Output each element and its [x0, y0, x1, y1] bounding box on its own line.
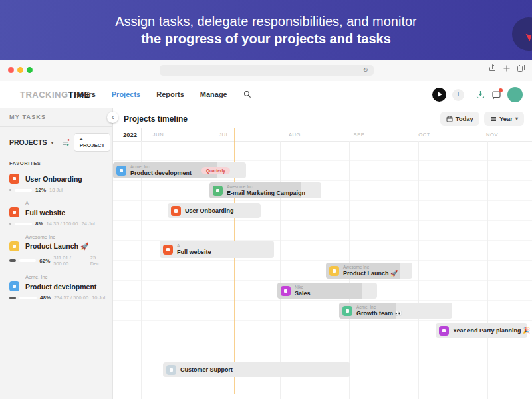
- project-list-item[interactable]: Awesome IncProduct Launch 🚀62%311:01 / 5…: [0, 229, 112, 269]
- today-button[interactable]: Today: [440, 112, 479, 126]
- calendar-icon: [446, 116, 453, 122]
- add-project-button[interactable]: + PROJECT: [74, 133, 111, 152]
- nav-item-reports[interactable]: Reports: [156, 90, 184, 98]
- address-bar[interactable]: ↻: [160, 65, 374, 76]
- project-color-icon: [116, 166, 126, 176]
- project-color-icon: [439, 326, 449, 336]
- search-icon[interactable]: [243, 90, 251, 98]
- tabs-icon[interactable]: [517, 64, 525, 72]
- collapse-sidebar-button[interactable]: ‹: [107, 112, 118, 123]
- projects-dropdown[interactable]: PROJECTS: [9, 138, 47, 146]
- gantt-bar[interactable]: Awesome IncE-mail Marketing Campaign: [209, 182, 321, 198]
- new-tab-icon[interactable]: [503, 65, 511, 72]
- month-label-jul: JUL: [219, 132, 229, 138]
- add-entry-button[interactable]: +: [452, 89, 464, 101]
- project-name: User Onboarding: [25, 175, 82, 183]
- tracked-time: 14:35 / 100:00: [47, 221, 78, 227]
- traffic-light-minimize[interactable]: [17, 67, 23, 73]
- project-name: Full website: [25, 209, 65, 217]
- icon-glyph: [174, 209, 178, 213]
- start-timer-button[interactable]: [432, 88, 446, 102]
- month-gridline: [141, 141, 142, 399]
- gantt-bar[interactable]: Year end Party planning 🎉: [436, 323, 527, 338]
- bar-title: Year end Party planning 🎉: [453, 327, 530, 334]
- user-avatar[interactable]: [507, 87, 523, 102]
- project-list-item[interactable]: Acme, IncProduct development48%234:57 / …: [0, 269, 112, 303]
- gantt-bar[interactable]: Customer Support: [163, 362, 350, 377]
- notifications-chat-icon[interactable]: [491, 90, 501, 100]
- bar-company: Nike: [295, 285, 311, 290]
- tracked-time: 311:01 / 500:00: [53, 255, 86, 267]
- icon-glyph: [442, 329, 446, 332]
- page-title: Projects timeline: [124, 114, 188, 124]
- reload-icon[interactable]: ↻: [363, 66, 368, 74]
- project-stats: 12%18 Jul: [9, 187, 106, 193]
- year-separator: [141, 128, 142, 141]
- share-icon[interactable]: [488, 64, 497, 72]
- project-color-icon: [171, 206, 181, 216]
- banner-line1: Assign tasks, delegate responsibilities,…: [115, 13, 417, 30]
- progress-bar: [15, 223, 32, 225]
- promo-banner: Assign tasks, delegate responsibilities,…: [0, 0, 532, 60]
- trackingtime-logo-fragment: [512, 17, 532, 51]
- bar-company: Awesome Inc: [343, 265, 398, 270]
- progress-percent: 48%: [40, 295, 51, 301]
- my-tasks-header[interactable]: MY TASKS: [0, 108, 112, 127]
- project-stats: 62%311:01 / 500:0025 Dec: [9, 255, 106, 267]
- project-color-icon: [281, 286, 291, 296]
- due-date: 25 Dec: [90, 255, 106, 267]
- gantt-bar[interactable]: NikeSales: [277, 283, 377, 299]
- main-nav: HoursProjectsReportsManage: [74, 90, 251, 98]
- progress-bar: [19, 297, 37, 299]
- logo-tracking: TRACKING: [20, 90, 68, 100]
- gantt-bar[interactable]: Acme, IncGrowth team 👀: [339, 303, 452, 319]
- project-color-icon: [166, 365, 176, 375]
- gantt-bar[interactable]: AFull website: [160, 241, 274, 258]
- project-color-icon: [9, 174, 19, 184]
- download-icon[interactable]: [475, 90, 485, 100]
- sort-filter-icon[interactable]: [62, 138, 70, 146]
- project-company: Awesome Inc: [25, 234, 106, 240]
- icon-glyph: [13, 177, 16, 180]
- gantt-bar[interactable]: Awesome IncProduct Launch 🚀: [326, 263, 412, 279]
- icon-glyph: [216, 189, 219, 192]
- gantt-chart: Acme, IncProduct developmentQuarterlyAwe…: [113, 141, 532, 399]
- tracked-indicator-icon: [9, 189, 11, 191]
- bar-title: Customer Support: [180, 366, 233, 373]
- bar-title: Product Launch 🚀: [343, 270, 398, 277]
- nav-item-manage[interactable]: Manage: [200, 90, 227, 98]
- project-stats: 48%234:57 / 500:0010 Jul: [9, 295, 106, 301]
- month-label-aug: AUG: [289, 132, 301, 138]
- month-label-nov: NOV: [486, 132, 498, 138]
- project-list-item[interactable]: User Onboarding12%18 Jul: [0, 169, 112, 196]
- month-label-sep: SEP: [354, 132, 365, 138]
- nav-item-hours[interactable]: Hours: [74, 90, 96, 98]
- progress-percent: 62%: [39, 258, 50, 264]
- today-button-label: Today: [456, 115, 473, 122]
- gantt-bar[interactable]: User Onboarding: [168, 203, 261, 218]
- project-name: Product Launch 🚀: [25, 242, 89, 251]
- favorites-label[interactable]: FAVORITES: [9, 160, 41, 166]
- project-list-item[interactable]: AFull website8%14:35 / 100:0024 Jul: [0, 196, 112, 229]
- due-date: 10 Jul: [92, 295, 105, 301]
- progress-percent: 8%: [35, 221, 43, 227]
- bar-title: User Onboarding: [185, 207, 234, 214]
- app-header: TRACKINGTIME HoursProjectsReportsManage …: [0, 81, 532, 108]
- traffic-light-close[interactable]: [8, 67, 14, 73]
- project-color-icon: [9, 281, 19, 291]
- tracked-indicator-icon: [9, 259, 16, 262]
- gantt-bar[interactable]: Acme, IncProduct developmentQuarterly: [113, 162, 246, 178]
- quarterly-badge: Quarterly: [201, 167, 230, 174]
- due-date: 24 Jul: [82, 221, 95, 227]
- month-label-oct: OCT: [418, 132, 430, 138]
- nav-item-projects[interactable]: Projects: [112, 90, 140, 98]
- month-gridline: [487, 141, 488, 399]
- tracked-time: 234:57 / 500:00: [54, 295, 88, 301]
- bar-company: Awesome Inc: [227, 184, 305, 190]
- range-dropdown[interactable]: Year ▾: [484, 112, 524, 126]
- project-color-icon: [9, 241, 19, 251]
- icon-glyph: [170, 368, 173, 372]
- bar-title: E-mail Marketing Campaign: [227, 190, 305, 196]
- project-color-icon: [163, 245, 173, 255]
- traffic-light-zoom[interactable]: [27, 67, 33, 73]
